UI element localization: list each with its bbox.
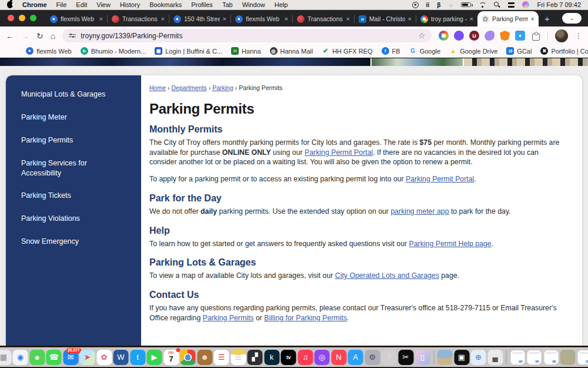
ghost-extension-icon[interactable] <box>454 31 464 41</box>
bookmark-flexmls-web[interactable]: flexmls Web <box>26 47 72 55</box>
minimize-window-button[interactable] <box>19 15 25 21</box>
tab-150-4th-street[interactable]: 150 4th Street × <box>169 11 230 26</box>
inline-link[interactable]: Billing for Parking Permits <box>264 314 347 322</box>
back-button[interactable]: ← <box>6 31 14 41</box>
collage-preview-dock-icon[interactable] <box>560 350 576 365</box>
tab-parking-permits-active[interactable]: Parking Permit × <box>477 11 539 26</box>
rainbow-arc-extension-icon[interactable] <box>439 31 449 41</box>
sidebar-item-municipal-lots-garages[interactable]: Municipal Lots & Garages <box>6 83 141 106</box>
comet-extension-icon[interactable] <box>485 31 495 41</box>
inline-link[interactable]: Parking Permit Help page <box>409 240 492 248</box>
inline-link[interactable]: Parking Permit Portal <box>305 148 373 157</box>
mail-dock-icon[interactable]: ✉20,377 <box>63 350 78 365</box>
contacts-dock-icon[interactable]: ☻ <box>197 350 212 365</box>
notes-dock-icon[interactable]: ☰ <box>230 350 246 365</box>
bookmark-star-icon[interactable]: ☆ <box>418 31 425 40</box>
home-button[interactable]: ⌂ <box>51 31 55 41</box>
menu-item-window[interactable]: Window <box>242 1 265 8</box>
profile-avatar[interactable] <box>555 29 568 42</box>
bookmark-google[interactable]: GGoogle <box>409 47 440 55</box>
menu-item-help[interactable]: Help <box>275 1 288 8</box>
ublock-extension-icon[interactable]: U <box>469 31 479 41</box>
bookmark-gcal[interactable]: 18GCal <box>506 47 532 55</box>
menu-item-edit[interactable]: Edit <box>76 1 87 8</box>
menu-bar-clock[interactable]: Fri Feb 7 09:42 <box>537 1 581 8</box>
bookmark-hh-gfx-req[interactable]: ✔HH GFX REQ <box>322 47 372 55</box>
iphone-mirroring-dock-icon[interactable]: ▯ <box>415 350 430 365</box>
reminders-dock-icon[interactable]: ☰ <box>214 350 229 365</box>
capcut-dock-icon[interactable]: ✂ <box>398 350 413 365</box>
sidebar-item-parking-meter[interactable]: Parking Meter <box>6 106 141 129</box>
menu-app-name[interactable]: Chrome <box>22 1 47 8</box>
window-preview-dock-icon[interactable] <box>527 350 542 365</box>
inline-link[interactable]: Parking Permit Portal <box>406 175 474 183</box>
sidebar-item-parking-tickets[interactable]: Parking Tickets <box>6 184 141 207</box>
printer-dock-icon[interactable]: ▄ <box>487 350 503 365</box>
bookmark-portfolio-cointrac[interactable]: ✖Portfolio | CoinTrac... <box>540 47 588 55</box>
breadcrumb-home[interactable]: Home <box>149 84 166 91</box>
bookmark-google-drive[interactable]: ▲Google Drive <box>449 47 497 55</box>
podcasts-dock-icon[interactable]: ◎ <box>315 350 330 365</box>
window-preview-dock-icon[interactable] <box>577 350 588 365</box>
inline-link[interactable]: Parking Permits <box>203 314 254 322</box>
twitter-dock-icon[interactable]: t <box>130 350 145 365</box>
calendar-dock-icon[interactable]: FRI7 <box>163 350 179 365</box>
reload-button[interactable]: ↻ <box>36 31 44 41</box>
breadcrumb-parking[interactable]: Parking <box>212 84 233 91</box>
breadcrumb-departments[interactable]: Departments <box>172 84 207 91</box>
inline-link[interactable]: parking meter app <box>390 207 449 216</box>
battery-icon[interactable] <box>461 2 471 8</box>
facetime-dock-icon[interactable]: ▶ <box>147 350 162 365</box>
maps-dock-icon[interactable]: ➤ <box>80 350 95 365</box>
tab-mail[interactable]: o Mail - Christop × <box>355 11 416 26</box>
drop-extension-icon[interactable]: ● <box>515 31 525 41</box>
launchpad-dock-icon[interactable]: ▦ <box>0 350 11 365</box>
window-preview-dock-icon[interactable] <box>510 350 525 365</box>
airpods-icon[interactable]: ii <box>426 2 430 8</box>
close-tab-icon[interactable]: × <box>531 15 534 22</box>
close-tab-icon[interactable]: × <box>346 15 350 22</box>
bookmark-hanna[interactable]: HHanna <box>231 47 260 55</box>
control-center-icon[interactable] <box>508 2 514 8</box>
desktop-stack-dock-icon[interactable] <box>437 350 453 365</box>
sidebar-item-parking-services-for-accessibility[interactable]: Parking Services for Accessibility <box>6 152 141 185</box>
zoom-window-button[interactable] <box>30 15 36 21</box>
photos-dock-icon[interactable]: ✿ <box>96 350 112 365</box>
menu-item-profiles[interactable]: Profiles <box>191 1 213 8</box>
messages-dock-icon[interactable]: ● <box>29 350 45 365</box>
inline-link[interactable]: City Operated Lots and Garages <box>335 271 439 280</box>
play-circle-icon[interactable] <box>412 2 419 8</box>
tab-flexmls-1[interactable]: flexmls Web × <box>46 11 107 26</box>
tab-transactions-2[interactable]: Transactions ( × <box>293 11 354 26</box>
address-bar[interactable]: troyny.gov/1339/Parking-Permits ☆ <box>62 29 432 42</box>
word-dock-icon[interactable]: W <box>113 350 129 365</box>
close-window-button[interactable] <box>8 15 14 21</box>
screenshot-frame-dock-icon[interactable]: ▣ <box>454 350 469 365</box>
bookmark-bhumio-modern[interactable]: bBhumio - Modern... <box>81 47 146 55</box>
apple-tv-dock-icon[interactable]: tv <box>281 350 296 365</box>
menu-item-history[interactable]: History <box>120 1 140 8</box>
chrome-menu-button[interactable]: ⋮ <box>575 32 582 40</box>
keyboard-brightness-icon[interactable]: ☼ <box>448 2 453 8</box>
placeholder-dock-icon[interactable]: ? <box>382 350 397 365</box>
kindle-dock-icon[interactable]: k <box>264 350 279 365</box>
sidebar-item-snow-emergency[interactable]: Snow Emergency <box>6 230 141 253</box>
siri-icon[interactable] <box>522 1 529 8</box>
settings-dock-icon[interactable]: ⚙ <box>365 350 380 365</box>
spotlight-search-icon[interactable] <box>494 2 500 8</box>
sidebar-item-parking-permits[interactable]: Parking Permits <box>6 129 141 152</box>
safari-dock-icon[interactable]: ◉ <box>13 350 28 365</box>
screen-sharing-dock-icon[interactable]: ⊕ <box>471 350 486 365</box>
close-tab-icon[interactable]: × <box>161 15 165 22</box>
sidebar-item-parking-violations[interactable]: Parking Violations <box>6 207 141 230</box>
forward-button[interactable]: → <box>21 31 29 41</box>
tab-flexmls-2[interactable]: flexmls Web × <box>231 11 292 26</box>
bookmark-login-buffini-c[interactable]: ▦Login | Buffini & C... <box>155 47 222 55</box>
menu-item-view[interactable]: View <box>96 1 111 8</box>
bookmark-fb[interactable]: fFB <box>382 47 400 55</box>
close-tab-icon[interactable]: × <box>285 15 288 22</box>
menu-item-bookmarks[interactable]: Bookmarks <box>149 1 182 8</box>
puzzle-extensions-icon[interactable] <box>530 31 540 41</box>
whatsapp-dock-icon[interactable]: ☎ <box>46 350 62 365</box>
menu-item-file[interactable]: File <box>56 1 67 8</box>
